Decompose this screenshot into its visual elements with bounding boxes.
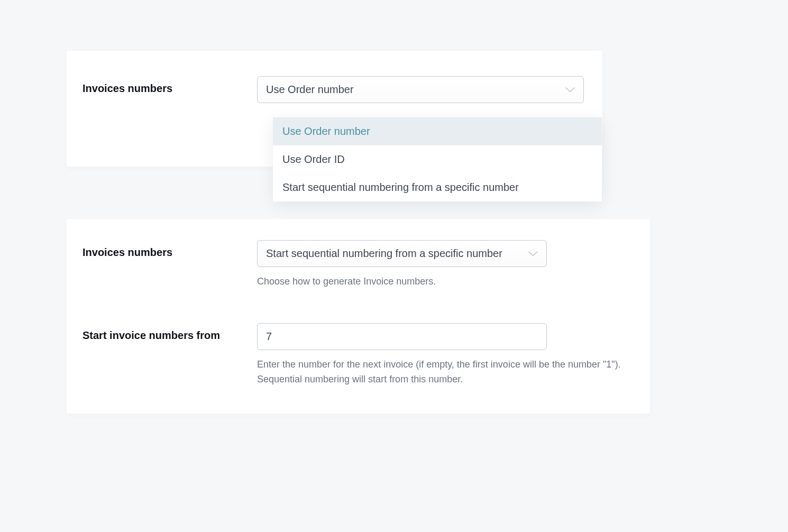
invoice-numbers-help: Choose how to generate Invoice numbers. [257, 274, 634, 289]
invoice-numbers-control-top: Use Order number [257, 76, 587, 103]
dropdown-option-use-order-id[interactable]: Use Order ID [273, 145, 602, 173]
invoice-numbers-select-bottom[interactable]: Start sequential numbering from a specif… [257, 240, 547, 267]
invoice-numbers-select-value-bottom: Start sequential numbering from a specif… [266, 247, 502, 259]
invoice-numbers-label-bottom: Invoices numbers [83, 240, 257, 259]
start-invoice-numbers-input[interactable] [257, 323, 547, 350]
invoice-numbers-label-top: Invoices numbers [83, 76, 257, 95]
dropdown-option-sequential[interactable]: Start sequential numbering from a specif… [273, 173, 602, 201]
invoice-numbers-panel-bottom: Invoices numbers Start sequential number… [67, 219, 650, 414]
chevron-down-icon [565, 87, 575, 93]
start-invoice-numbers-help: Enter the number for the next invoice (i… [257, 357, 634, 387]
invoice-numbers-row-top: Invoices numbers Use Order number [83, 76, 587, 103]
start-invoice-numbers-control: Enter the number for the next invoice (i… [257, 323, 634, 387]
dropdown-option-use-order-number[interactable]: Use Order number [273, 117, 602, 145]
chevron-down-icon [528, 251, 538, 256]
invoice-numbers-control-bottom: Start sequential numbering from a specif… [257, 240, 634, 289]
start-invoice-numbers-label: Start invoice numbers from [83, 323, 257, 342]
start-invoice-numbers-row: Start invoice numbers from Enter the num… [83, 323, 634, 387]
invoice-numbers-row-bottom: Invoices numbers Start sequential number… [83, 240, 634, 289]
invoice-numbers-select-top[interactable]: Use Order number [257, 76, 584, 103]
invoice-numbers-select-value-top: Use Order number [266, 84, 354, 95]
invoice-numbers-dropdown: Use Order number Use Order ID Start sequ… [273, 117, 602, 201]
